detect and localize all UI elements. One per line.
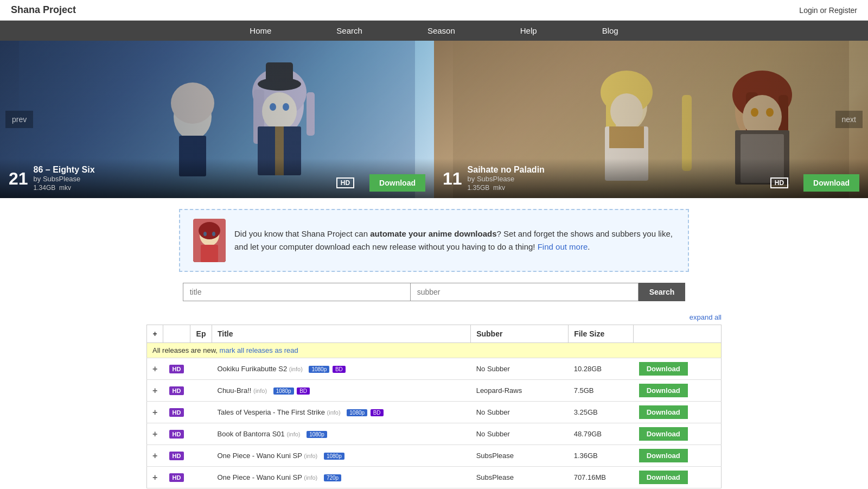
svg-point-5 bbox=[258, 78, 301, 91]
subber-cell: SubsPlease bbox=[471, 445, 569, 467]
slide2-right: HD Download bbox=[766, 174, 859, 192]
svg-point-16 bbox=[606, 81, 647, 131]
svg-point-2 bbox=[252, 68, 307, 117]
search-title-input[interactable] bbox=[183, 283, 411, 301]
hd-badge-cell: HD bbox=[163, 467, 190, 488]
download-button[interactable]: Download bbox=[639, 427, 688, 441]
info-link[interactable]: (info) bbox=[286, 431, 300, 437]
svg-rect-4 bbox=[307, 92, 315, 136]
slide1-right: HD Download bbox=[332, 174, 425, 192]
svg-point-28 bbox=[743, 95, 782, 138]
svg-point-7 bbox=[262, 92, 297, 130]
svg-rect-27 bbox=[778, 95, 788, 155]
site-header: Shana Project Login or Register bbox=[0, 0, 868, 21]
episode-number bbox=[190, 380, 212, 402]
auth-separator: or bbox=[820, 6, 829, 15]
expand-row-button[interactable]: + bbox=[147, 467, 163, 488]
info-link[interactable]: (info) bbox=[253, 388, 267, 394]
releases-table: + Ep Title Subber File Size All releases… bbox=[146, 325, 722, 488]
prev-slide-button[interactable]: prev bbox=[5, 111, 33, 128]
expand-row-button[interactable]: + bbox=[147, 402, 163, 423]
download-button[interactable]: Download bbox=[639, 449, 688, 462]
release-title: Chuu-Bra!! bbox=[218, 386, 252, 395]
info-link[interactable]: (info) bbox=[304, 474, 317, 481]
slide2-left: 11 Saihate no Paladin by SubsPlease 1.35… bbox=[443, 165, 545, 192]
badge-bd: BD bbox=[333, 366, 346, 373]
subber-cell: No Subber bbox=[471, 358, 569, 380]
svg-point-37 bbox=[203, 232, 207, 236]
release-title: Tales of Vesperia - The First Strike bbox=[218, 408, 325, 416]
login-link[interactable]: Login bbox=[799, 6, 818, 15]
download-cell: Download bbox=[634, 380, 722, 402]
expand-row-button[interactable]: + bbox=[147, 380, 163, 402]
svg-rect-39 bbox=[201, 245, 218, 262]
promo-banner: Did you know that Shana Project can auto… bbox=[179, 209, 689, 272]
download-button[interactable]: Download bbox=[639, 471, 688, 484]
nav-search[interactable]: Search bbox=[304, 21, 395, 41]
expand-row-button[interactable]: + bbox=[147, 358, 163, 380]
slide2-hd-badge: HD bbox=[770, 177, 788, 188]
release-title-cell: Tales of Vesperia - The First Strike (in… bbox=[212, 402, 471, 423]
download-cell: Download bbox=[634, 445, 722, 467]
expand-all-link[interactable]: expand all bbox=[690, 313, 722, 321]
badge-bd: BD bbox=[371, 409, 384, 416]
badge-1080p: 1080p bbox=[347, 409, 367, 416]
hd-label: HD bbox=[169, 365, 184, 373]
hd-badge-cell: HD bbox=[163, 423, 190, 445]
download-button[interactable]: Download bbox=[639, 384, 688, 397]
slide2-episode: 11 bbox=[443, 170, 462, 187]
hero-slide-2: 11 Saihate no Paladin by SubsPlease 1.35… bbox=[434, 41, 868, 198]
download-cell: Download bbox=[634, 423, 722, 445]
table-row: +HDOokiku Furikabutte S2 (info) 1080p BD… bbox=[147, 358, 722, 380]
hd-label: HD bbox=[169, 386, 184, 395]
slide2-title-block: Saihate no Paladin by SubsPlease 1.35GB … bbox=[468, 165, 545, 192]
register-link[interactable]: Register bbox=[829, 6, 857, 15]
info-link[interactable]: (info) bbox=[289, 366, 303, 372]
next-slide-button[interactable]: next bbox=[835, 111, 863, 128]
svg-rect-3 bbox=[253, 90, 264, 144]
nav-home[interactable]: Home bbox=[217, 21, 304, 41]
svg-point-19 bbox=[601, 71, 653, 114]
hd-label: HD bbox=[169, 430, 184, 439]
hero-slider: prev bbox=[0, 41, 868, 198]
expand-row-button[interactable]: + bbox=[147, 423, 163, 445]
promo-icon bbox=[193, 219, 226, 262]
promo-link[interactable]: Find out more bbox=[538, 242, 588, 251]
new-releases-notice-row: All releases are new, mark all releases … bbox=[147, 343, 722, 358]
hd-badge-cell: HD bbox=[163, 402, 190, 423]
th-ep: Ep bbox=[190, 325, 212, 343]
slide1-download-button[interactable]: Download bbox=[369, 174, 425, 192]
badge-720p: 720p bbox=[324, 474, 341, 481]
th-subber: Subber bbox=[471, 325, 569, 343]
table-row: +HDChuu-Bra!! (info) 1080p BDLeopard-Raw… bbox=[147, 380, 722, 402]
download-button[interactable]: Download bbox=[639, 405, 688, 419]
slide1-episode: 21 bbox=[9, 170, 28, 187]
subber-cell: SubsPlease bbox=[471, 467, 569, 488]
search-bar: Search bbox=[179, 283, 689, 301]
svg-point-20 bbox=[610, 93, 643, 129]
nav-season[interactable]: Season bbox=[395, 21, 488, 41]
new-releases-cell: All releases are new, mark all releases … bbox=[147, 343, 722, 358]
mark-all-read-link[interactable]: mark all releases as read bbox=[220, 346, 298, 354]
slide1-title-block: 86 – Eighty Six by SubsPlease 1.34GB mkv bbox=[34, 165, 95, 192]
slide2-download-button[interactable]: Download bbox=[803, 174, 859, 192]
badge-1080p: 1080p bbox=[307, 431, 327, 438]
hd-badge-cell: HD bbox=[163, 445, 190, 467]
info-link[interactable]: (info) bbox=[327, 409, 341, 416]
nav-help[interactable]: Help bbox=[488, 21, 570, 41]
download-button[interactable]: Download bbox=[639, 362, 688, 376]
svg-point-13 bbox=[171, 82, 214, 124]
svg-point-1 bbox=[255, 76, 304, 136]
svg-point-38 bbox=[212, 232, 215, 236]
release-title: Ookiku Furikabutte S2 bbox=[218, 365, 288, 373]
badge-1080p: 1080p bbox=[273, 388, 294, 395]
svg-point-24 bbox=[735, 79, 789, 144]
search-subber-input[interactable] bbox=[411, 283, 639, 301]
nav-blog[interactable]: Blog bbox=[570, 21, 651, 41]
info-link[interactable]: (info) bbox=[304, 453, 317, 459]
promo-text: Did you know that Shana Project can auto… bbox=[234, 227, 675, 253]
search-button[interactable]: Search bbox=[639, 283, 686, 301]
episode-number bbox=[190, 423, 212, 445]
slide1-info: 21 86 – Eighty Six by SubsPlease 1.34GB … bbox=[0, 158, 434, 198]
expand-row-button[interactable]: + bbox=[147, 445, 163, 467]
